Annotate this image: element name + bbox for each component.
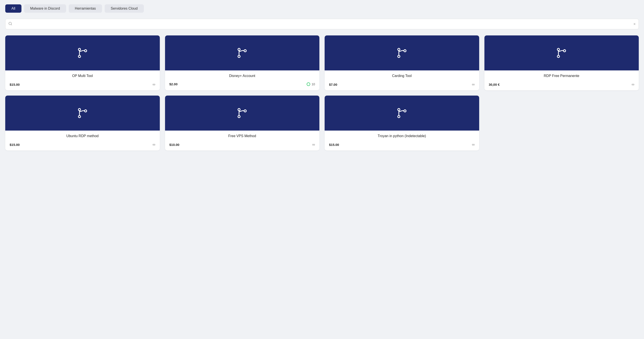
product-thumbnail: [5, 96, 160, 131]
product-name: Carding Tool: [329, 74, 475, 78]
filter-tab-all[interactable]: All: [5, 4, 22, 13]
product-info: Carding Tool $7.00 ∞: [325, 70, 479, 90]
product-price: $15.00: [329, 143, 339, 147]
product-name: Free VPS Method: [170, 134, 315, 138]
product-thumbnail: [325, 35, 479, 70]
product-footer: 30,00 € ∞: [489, 82, 634, 87]
search-clear-button[interactable]: ×: [633, 22, 636, 26]
product-thumbnail: [484, 35, 639, 70]
product-card[interactable]: Disney+ Account $2.00 10: [165, 35, 320, 90]
product-footer: $10.00 ∞: [170, 142, 315, 147]
product-price: $15.00: [10, 143, 20, 147]
stock-infinity: ∞: [632, 82, 634, 87]
filter-tab-herramientas[interactable]: Herramientas: [69, 4, 102, 13]
product-card[interactable]: RDP Free Permanente 30,00 € ∞: [484, 35, 639, 90]
product-price: $10.00: [170, 143, 180, 147]
product-price: $15.00: [10, 83, 20, 86]
product-info: Disney+ Account $2.00 10: [165, 70, 320, 89]
product-price: $7.00: [329, 83, 337, 86]
product-card[interactable]: Carding Tool $7.00 ∞: [325, 35, 479, 90]
product-card[interactable]: Free VPS Method $10.00 ∞: [165, 96, 320, 150]
stock-infinity: ∞: [472, 82, 475, 87]
product-thumbnail: [165, 96, 320, 131]
product-name: Troyan in python (Indetectable): [329, 134, 475, 138]
product-price: 30,00 €: [489, 83, 500, 86]
filter-tabs: AllMalware in DiscordHerramientasServido…: [5, 4, 639, 13]
product-price: $2.00: [170, 82, 178, 86]
product-card[interactable]: OP Multi Tool $15.00 ∞: [5, 35, 160, 90]
search-icon: [8, 22, 12, 26]
stock-number: 10: [312, 82, 315, 86]
product-info: Free VPS Method $10.00 ∞: [165, 131, 320, 150]
product-thumbnail: [165, 35, 320, 70]
product-thumbnail: [5, 35, 160, 70]
product-thumbnail: [325, 96, 479, 131]
product-footer: $2.00 10: [170, 82, 315, 86]
product-info: RDP Free Permanente 30,00 € ∞: [484, 70, 639, 90]
product-footer: $15.00 ∞: [329, 142, 475, 147]
product-info: Ubuntu RDP method $15.00 ∞: [5, 131, 160, 150]
stock-infinity: ∞: [152, 82, 156, 87]
product-footer: $15.00 ∞: [10, 142, 156, 147]
product-info: OP Multi Tool $15.00 ∞: [5, 70, 160, 90]
product-name: OP Multi Tool: [10, 74, 156, 78]
svg-line-1: [11, 24, 12, 25]
product-grid: OP Multi Tool $15.00 ∞ Disney+ Accoun: [5, 35, 639, 150]
stock-circle-icon: [307, 82, 310, 86]
stock-infinity: ∞: [472, 142, 475, 147]
stock-infinity: ∞: [152, 142, 156, 147]
product-name: Disney+ Account: [170, 74, 315, 78]
product-footer: $7.00 ∞: [329, 82, 475, 87]
product-info: Troyan in python (Indetectable) $15.00 ∞: [325, 131, 479, 150]
product-card[interactable]: Ubuntu RDP method $15.00 ∞: [5, 96, 160, 150]
product-name: Ubuntu RDP method: [10, 134, 156, 138]
product-card[interactable]: Troyan in python (Indetectable) $15.00 ∞: [325, 96, 479, 150]
search-container: ×: [5, 19, 639, 29]
stock-count: 10: [307, 82, 315, 86]
product-name: RDP Free Permanente: [489, 74, 634, 78]
product-footer: $15.00 ∞: [10, 82, 156, 87]
filter-tab-servidores-cloud[interactable]: Servidores Cloud: [105, 4, 144, 13]
stock-infinity: ∞: [312, 142, 315, 147]
filter-tab-malware-discord[interactable]: Malware in Discord: [24, 4, 66, 13]
search-input[interactable]: [5, 19, 639, 29]
